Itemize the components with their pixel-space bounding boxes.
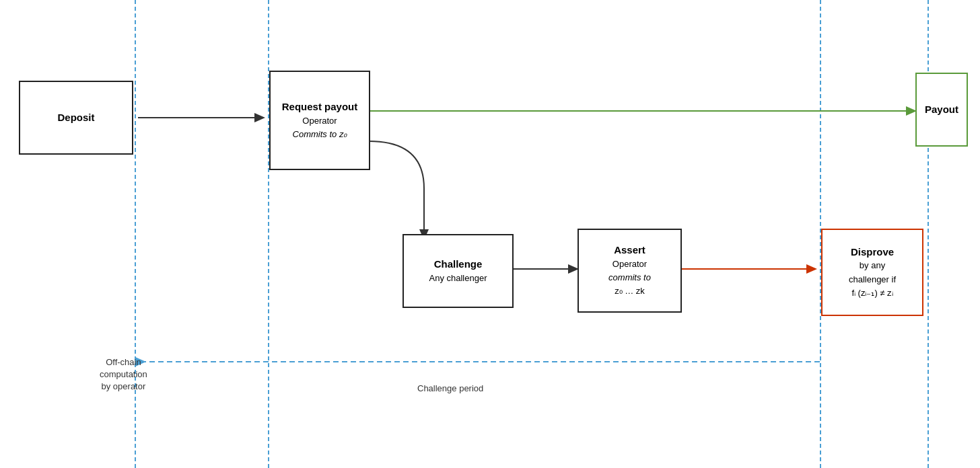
dashed-line-1 [135,0,136,468]
payout-box: Payout [915,73,968,147]
deposit-label: Deposit [57,111,94,124]
disprove-subtitle2: challenger if [849,274,896,286]
request-payout-title: Request payout [282,100,358,114]
offchain-label: Off-chain computation by operator [100,356,147,393]
disprove-box: Disprove by any challenger if fᵢ (zᵢ₋₁) … [821,229,923,316]
assert-subtitle2: commits to [608,272,651,284]
diagram-container: Deposit Request payout Operator Commits … [0,0,980,468]
request-payout-box: Request payout Operator Commits to z₀ [269,71,370,170]
disprove-title: Disprove [851,245,894,259]
assert-box: Assert Operator commits to z₀ … zk [578,229,682,313]
request-payout-subtitle: Operator [302,115,337,127]
assert-subtitle3: z₀ … zk [615,285,645,297]
assert-title: Assert [614,243,645,257]
disprove-subtitle1: by any [860,260,885,272]
challenge-period-label: Challenge period [417,383,483,393]
payout-label: Payout [925,103,958,116]
dashed-line-4 [928,0,929,468]
challenge-subtitle: Any challenger [429,272,487,284]
deposit-box: Deposit [19,81,133,155]
challenge-box: Challenge Any challenger [403,234,514,308]
disprove-subtitle3: fᵢ (zᵢ₋₁) ≠ zᵢ [851,287,893,299]
request-payout-italic: Commits to z₀ [293,128,347,141]
challenge-title: Challenge [434,258,483,271]
assert-subtitle1: Operator [612,258,647,270]
